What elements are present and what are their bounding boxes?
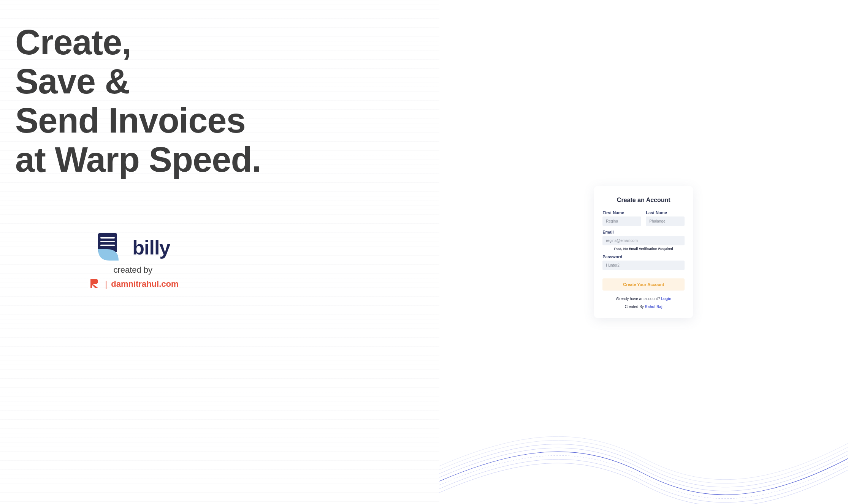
first-name-label: First Name [602, 210, 641, 215]
card-title: Create an Account [602, 197, 685, 204]
password-field-block: Password [602, 254, 685, 270]
last-name-field: Last Name [646, 210, 685, 226]
creator-site-link[interactable]: damnitrahul.com [111, 279, 178, 289]
created-by-label: created by [113, 265, 152, 275]
login-prompt-line: Already have an account? Login [602, 297, 685, 301]
password-label: Password [602, 254, 685, 259]
password-input[interactable] [602, 261, 685, 270]
brand-block: billy created by | damnitrahul.com [87, 232, 178, 292]
signup-card: Create an Account First Name Last Name E… [594, 186, 693, 318]
hero-line-1: Create, [15, 23, 424, 62]
login-link[interactable]: Login [661, 297, 671, 301]
create-account-button[interactable]: Create Your Account [602, 278, 685, 291]
hero-panel: Create, Save & Send Invoices at Warp Spe… [0, 0, 439, 504]
hero-title: Create, Save & Send Invoices at Warp Spe… [15, 23, 424, 179]
brand-name: billy [132, 236, 170, 259]
email-input[interactable] [602, 236, 685, 245]
credit-prefix: Created By [625, 305, 645, 309]
wave-decoration [439, 413, 848, 504]
creator-row: | damnitrahul.com [87, 276, 178, 292]
email-helper-text: Psst, No Email Verification Required [602, 247, 685, 251]
first-name-field: First Name [602, 210, 641, 226]
credit-name-link[interactable]: Rahul Raj [645, 305, 663, 309]
hero-line-4: at Warp Speed. [15, 140, 424, 179]
brand-row: billy [96, 232, 170, 263]
email-label: Email [602, 230, 685, 234]
billy-logo-icon [96, 232, 125, 263]
hero-line-3: Send Invoices [15, 101, 424, 140]
hero-line-2: Save & [15, 62, 424, 101]
login-prompt-text: Already have an account? [616, 297, 661, 301]
last-name-input[interactable] [646, 216, 685, 226]
last-name-label: Last Name [646, 210, 685, 215]
creator-logo-icon [87, 276, 101, 292]
email-field-block: Email Psst, No Email Verification Requir… [602, 230, 685, 251]
first-name-input[interactable] [602, 216, 641, 226]
form-panel: Create an Account First Name Last Name E… [439, 0, 848, 504]
credit-line: Created By Rahul Raj [602, 305, 685, 309]
